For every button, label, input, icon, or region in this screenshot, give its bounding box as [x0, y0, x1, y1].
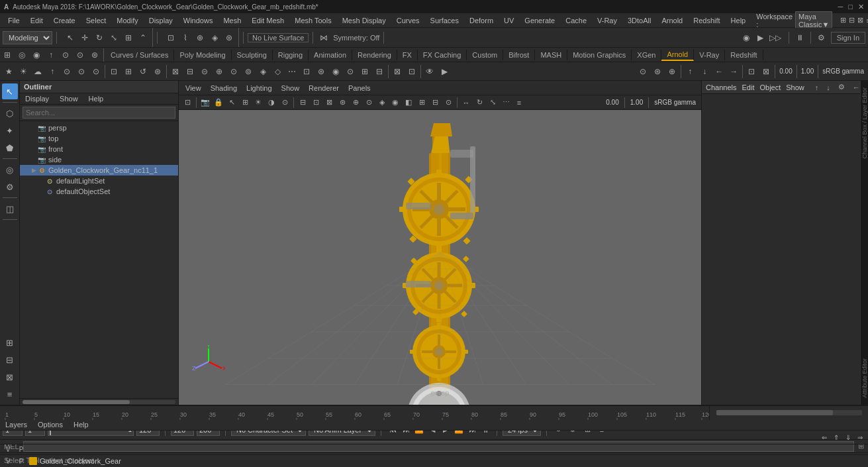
mode-dropdown[interactable]: Modeling: [3, 31, 52, 44]
it-icon-r1[interactable]: ⊙: [636, 64, 650, 79]
sign-in-btn[interactable]: Sign In: [831, 32, 865, 44]
vp-icon-lock[interactable]: 🔒: [213, 97, 224, 109]
menu-cache[interactable]: Cache: [560, 15, 592, 26]
menu-generate[interactable]: Generate: [519, 15, 560, 26]
tab-poly-modeling[interactable]: Poly Modeling: [174, 50, 231, 60]
it-icon-r2[interactable]: ⊛: [650, 64, 665, 79]
vp-menu-view[interactable]: View: [181, 83, 205, 93]
tab-fx-caching[interactable]: FX Caching: [418, 50, 467, 60]
it-icon-r8[interactable]: ⊡: [744, 64, 759, 79]
outliner-scrollbar[interactable]: [20, 398, 178, 405]
vp-icon-home[interactable]: ⊡: [181, 97, 193, 109]
vp-icon-shade2[interactable]: ⊞: [416, 97, 428, 109]
select-icon[interactable]: ↖: [64, 31, 77, 44]
menu-mesh-display[interactable]: Mesh Display: [337, 15, 391, 26]
render-icon[interactable]: ▶: [754, 31, 767, 44]
menu-windows[interactable]: Windows: [178, 15, 218, 26]
vp-icon-extra[interactable]: ⋯: [500, 97, 512, 109]
tool-bottom-4[interactable]: ≡: [2, 386, 18, 402]
menu-3dto[interactable]: 3DtoAll: [622, 15, 656, 26]
vp-icon-manip[interactable]: ⊕: [350, 97, 362, 109]
ch-header-show[interactable]: Show: [786, 83, 804, 91]
pause-icon[interactable]: ⏸: [793, 31, 806, 44]
it-icon-11[interactable]: ⊛: [150, 64, 165, 79]
tab-animation[interactable]: Animation: [309, 50, 352, 60]
shelf-icon-7[interactable]: ⊛: [87, 48, 102, 62]
workspace-value[interactable]: Maya Classic▼: [795, 11, 832, 30]
it-icon-8[interactable]: ⊡: [107, 64, 121, 79]
tab-xgen[interactable]: XGen: [632, 50, 661, 60]
vp-icon-ao[interactable]: ⊙: [442, 97, 454, 109]
scale-icon[interactable]: ⤡: [107, 31, 121, 44]
shelf-icon-6[interactable]: ⊙: [73, 48, 87, 62]
ws-icon-2[interactable]: ⊟: [849, 16, 855, 25]
timeline-h-scroll[interactable]: [716, 410, 862, 415]
menu-modify[interactable]: Modify: [111, 15, 143, 26]
tool-measure[interactable]: ⚙: [2, 179, 18, 195]
it-icon-9[interactable]: ⊞: [121, 64, 136, 79]
it-icon-24[interactable]: ⊙: [343, 64, 358, 79]
snap-surface-icon[interactable]: ◈: [208, 31, 221, 44]
tab-rendering[interactable]: Rendering: [352, 50, 397, 60]
viewport-canvas[interactable]: X Y Z persp: [179, 110, 701, 405]
it-icon-23[interactable]: ◉: [328, 64, 343, 79]
outliner-menu-help[interactable]: Help: [83, 93, 109, 104]
menu-vray[interactable]: V-Ray: [592, 15, 622, 26]
it-icon-20[interactable]: ⋯: [285, 64, 299, 79]
it-icon-6[interactable]: ⊙: [74, 64, 89, 79]
shelf-icon-1[interactable]: ⊞: [0, 48, 15, 62]
it-icon-3[interactable]: ☁: [30, 64, 45, 79]
it-icon-5[interactable]: ⊙: [60, 64, 74, 79]
snap-point-icon[interactable]: ⊕: [193, 31, 207, 44]
menu-edit[interactable]: Edit: [25, 15, 48, 26]
outliner-item-front[interactable]: 📷 front: [20, 144, 178, 154]
ch-icon-2[interactable]: ↓: [826, 83, 830, 91]
it-icon-14[interactable]: ⊝: [197, 64, 212, 79]
outliner-item-gear[interactable]: ▶ ⚙ Golden_Clockwork_Gear_nc11_1: [20, 165, 178, 176]
vp-menu-lighting[interactable]: Lighting: [242, 83, 276, 93]
outliner-item-defaultobjectset[interactable]: ⊙ defaultObjectSet: [20, 186, 178, 197]
ch-header-object[interactable]: Object: [759, 83, 781, 91]
menu-arnold[interactable]: Arnold: [656, 15, 688, 26]
it-icon-13[interactable]: ⊟: [183, 64, 197, 79]
shelf-icon-5[interactable]: ⊙: [58, 48, 73, 62]
vp-menu-panels[interactable]: Panels: [344, 83, 375, 93]
it-icon-28[interactable]: ⊡: [405, 64, 419, 79]
tab-motion-graphics[interactable]: Motion Graphics: [567, 50, 632, 60]
it-icon-7[interactable]: ⊙: [89, 64, 103, 79]
settings-icon[interactable]: ⚙: [815, 31, 828, 44]
it-icon-12[interactable]: ⊠: [168, 64, 183, 79]
vp-icon-grid[interactable]: ⊟: [297, 97, 309, 109]
snap-curve-icon[interactable]: ⌇: [179, 31, 192, 44]
it-icon-r4[interactable]: ↑: [683, 64, 697, 79]
it-icon-16[interactable]: ⊙: [226, 64, 241, 79]
vp-icon-hud[interactable]: ⊙: [363, 97, 375, 109]
vp-menu-renderer[interactable]: Renderer: [305, 83, 343, 93]
it-icon-r5[interactable]: ↓: [697, 64, 712, 79]
vp-icon-iso[interactable]: ◈: [376, 97, 388, 109]
tab-custom[interactable]: Custom: [467, 50, 503, 60]
vp-icon-xray[interactable]: ◉: [389, 97, 401, 109]
tab-arnold[interactable]: Arnold: [661, 49, 694, 61]
it-icon-10[interactable]: ↺: [136, 64, 150, 79]
shelf-icon-2[interactable]: ◎: [15, 48, 29, 62]
vp-icon-pts[interactable]: ⊛: [336, 97, 348, 109]
tool-select[interactable]: ↖: [2, 83, 18, 99]
outliner-menu-show[interactable]: Show: [54, 93, 83, 104]
menu-display[interactable]: Display: [144, 15, 178, 26]
vp-icon-sel[interactable]: ↖: [226, 97, 238, 109]
tab-fx[interactable]: FX: [397, 50, 418, 60]
vp-icon-move[interactable]: ↔: [460, 97, 472, 109]
it-icon-26[interactable]: ⊟: [372, 64, 387, 79]
ws-icon-1[interactable]: ⊞: [840, 16, 846, 25]
it-icon-4[interactable]: ↑: [45, 64, 60, 79]
outliner-item-side[interactable]: 📷 side: [20, 154, 178, 165]
tool-bottom-3[interactable]: ⊠: [2, 369, 18, 385]
tab-mash[interactable]: MASH: [535, 50, 567, 60]
it-icon-15[interactable]: ⊕: [212, 64, 226, 79]
vp-icon-res[interactable]: ⊙: [279, 97, 291, 109]
menu-redshift[interactable]: Redshift: [688, 15, 725, 26]
maximize-btn[interactable]: □: [848, 3, 853, 11]
shelf-icon-3[interactable]: ◉: [29, 48, 44, 62]
tool-paint[interactable]: ✦: [2, 123, 18, 138]
